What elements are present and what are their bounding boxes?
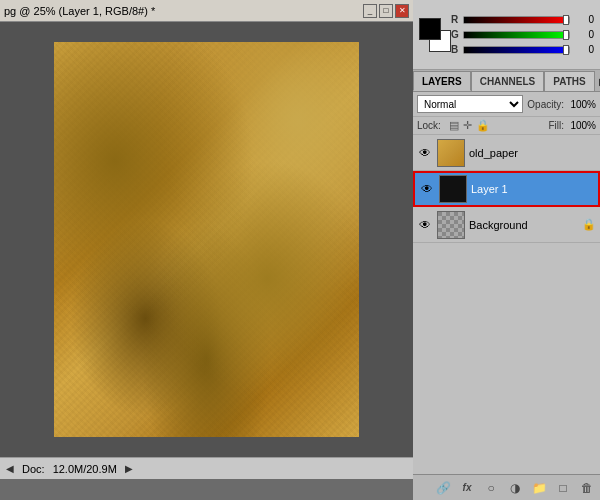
layer-name-background: Background [469, 219, 578, 231]
layers-list: 👁 old_paper 👁 Layer 1 👁 Background 🔒 [413, 135, 600, 243]
panel-tabs: LAYERS CHANNELS PATHS ▶ [413, 70, 600, 92]
r-slider-row: R 0 [451, 14, 594, 25]
tab-channels[interactable]: CHANNELS [471, 71, 545, 91]
canvas-area: pg @ 25% (Layer 1, RGB/8#) * _ □ ✕ ◀ Doc… [0, 0, 413, 500]
lock-checkerboard-icon[interactable]: ▤ [449, 119, 459, 132]
blend-row: Normal Opacity: 100% [413, 92, 600, 117]
layer-thumbnail-layer1 [439, 175, 467, 203]
new-layer-button[interactable]: □ [554, 479, 572, 497]
g-slider-row: G 0 [451, 29, 594, 40]
old-paper-canvas [54, 42, 359, 437]
fx-button[interactable]: fx [458, 479, 476, 497]
panel-menu-arrow[interactable]: ▶ [595, 71, 600, 91]
adjustment-button[interactable]: ◑ [506, 479, 524, 497]
r-slider[interactable] [463, 16, 570, 24]
old-paper-texture [54, 42, 359, 437]
layer-item-layer1[interactable]: 👁 Layer 1 [413, 171, 600, 207]
lock-move-icon[interactable]: ✛ [463, 119, 472, 132]
delete-layer-button[interactable]: 🗑 [578, 479, 596, 497]
layer-item-background[interactable]: 👁 Background 🔒 [413, 207, 600, 243]
right-panel: LAYERS CHANNELS PATHS ▶ Normal Opacity: … [413, 70, 600, 500]
status-arrow-right[interactable]: ▶ [125, 463, 133, 474]
layer-name-oldpaper: old_paper [469, 147, 596, 159]
r-label: R [451, 14, 459, 25]
g-label: G [451, 29, 459, 40]
window-controls: _ □ ✕ [363, 4, 409, 18]
g-value: 0 [574, 29, 594, 40]
layer-name-layer1: Layer 1 [471, 183, 594, 195]
b-slider-thumb[interactable] [563, 45, 569, 55]
r-value: 0 [574, 14, 594, 25]
b-slider[interactable] [463, 46, 570, 54]
lock-all-icon[interactable]: 🔒 [476, 119, 490, 132]
window-title: pg @ 25% (Layer 1, RGB/8#) * [4, 5, 155, 17]
status-arrow-left[interactable]: ◀ [6, 463, 14, 474]
close-button[interactable]: ✕ [395, 4, 409, 18]
canvas-statusbar: ◀ Doc: 12.0M/20.9M ▶ [0, 457, 413, 479]
maximize-button[interactable]: □ [379, 4, 393, 18]
background-lock-icon: 🔒 [582, 218, 596, 231]
opacity-value: 100% [568, 99, 596, 110]
b-value: 0 [574, 44, 594, 55]
add-mask-button[interactable]: ○ [482, 479, 500, 497]
r-slider-thumb[interactable] [563, 15, 569, 25]
canvas-inner [0, 22, 413, 457]
fill-value: 100% [568, 120, 596, 131]
g-slider[interactable] [463, 31, 570, 39]
blend-mode-select[interactable]: Normal [417, 95, 523, 113]
opacity-label: Opacity: [527, 99, 564, 110]
tab-layers[interactable]: LAYERS [413, 71, 471, 91]
foreground-swatch[interactable] [419, 18, 441, 40]
b-label: B [451, 44, 459, 55]
doc-size: 12.0M/20.9M [53, 463, 117, 475]
layer-visibility-background[interactable]: 👁 [417, 217, 433, 233]
layer-visibility-layer1[interactable]: 👁 [419, 181, 435, 197]
window-titlebar: pg @ 25% (Layer 1, RGB/8#) * _ □ ✕ [0, 0, 413, 22]
layer-thumbnail-oldpaper [437, 139, 465, 167]
color-panel: R 0 G 0 B 0 [413, 0, 600, 70]
lock-row: Lock: ▤ ✛ 🔒 Fill: 100% [413, 117, 600, 135]
layers-toolbar: 🔗 fx ○ ◑ 📁 □ 🗑 [413, 474, 600, 500]
link-layers-button[interactable]: 🔗 [434, 479, 452, 497]
minimize-button[interactable]: _ [363, 4, 377, 18]
fill-label: Fill: [548, 120, 564, 131]
doc-label: Doc: [22, 463, 45, 475]
g-slider-thumb[interactable] [563, 30, 569, 40]
swatch-container [419, 18, 451, 52]
rgb-sliders: R 0 G 0 B 0 [451, 14, 594, 55]
layer-visibility-oldpaper[interactable]: 👁 [417, 145, 433, 161]
group-button[interactable]: 📁 [530, 479, 548, 497]
layer-item-oldpaper[interactable]: 👁 old_paper [413, 135, 600, 171]
b-slider-row: B 0 [451, 44, 594, 55]
lock-label: Lock: [417, 120, 441, 131]
tab-paths[interactable]: PATHS [544, 71, 594, 91]
layer-thumbnail-background [437, 211, 465, 239]
